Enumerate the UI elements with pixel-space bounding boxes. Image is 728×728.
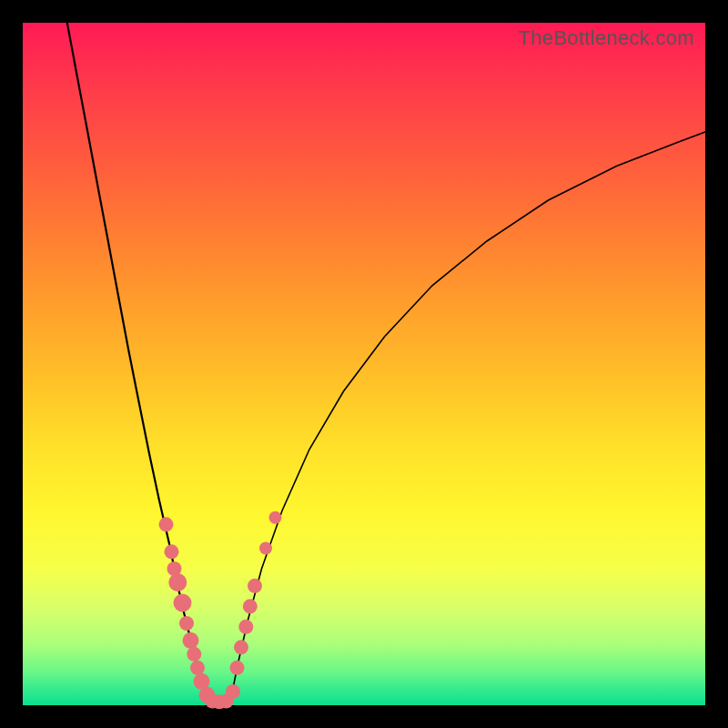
data-point bbox=[243, 599, 258, 613]
data-point bbox=[187, 647, 201, 662]
data-point bbox=[165, 544, 179, 559]
plot-area: TheBottleneck.com bbox=[23, 23, 705, 705]
data-point bbox=[183, 632, 199, 649]
data-point bbox=[259, 542, 272, 555]
data-point bbox=[179, 616, 194, 631]
data-point bbox=[238, 620, 253, 634]
data-point bbox=[159, 517, 174, 531]
data-point bbox=[174, 594, 192, 612]
scatter-dots bbox=[159, 511, 282, 710]
data-point bbox=[230, 661, 245, 675]
data-point bbox=[234, 640, 248, 654]
data-point bbox=[226, 684, 240, 699]
data-point bbox=[248, 579, 262, 593]
curve-svg bbox=[23, 23, 705, 705]
curve-right bbox=[231, 132, 705, 699]
data-point bbox=[168, 573, 187, 592]
chart-frame: TheBottleneck.com bbox=[0, 0, 728, 728]
data-point bbox=[269, 511, 282, 524]
data-point bbox=[190, 661, 205, 675]
